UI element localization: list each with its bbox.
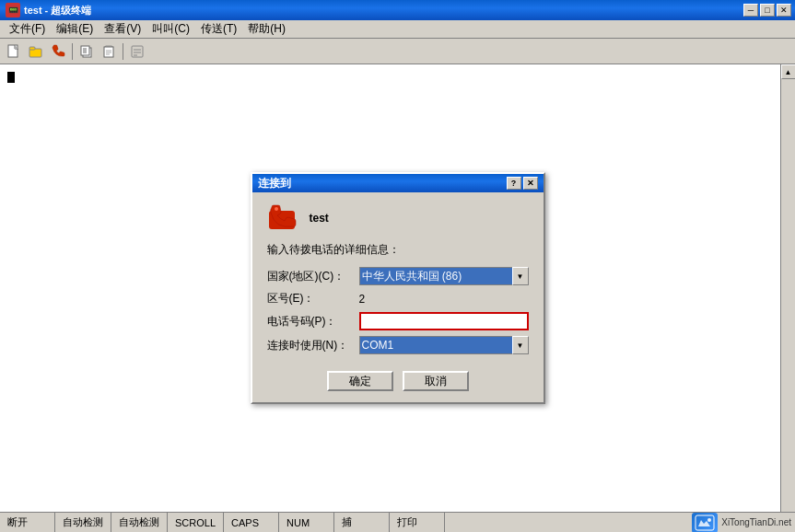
watermark-logo-icon (692, 513, 718, 533)
country-select-wrapper: 中华人民共和国 (86) ▼ (359, 267, 529, 285)
connection-select[interactable]: COM1 (359, 336, 529, 354)
print-status: 打印 (390, 513, 445, 532)
menu-edit[interactable]: 编辑(E) (51, 20, 99, 38)
svg-point-21 (707, 518, 711, 522)
window-title: test - 超级终端 (24, 4, 91, 17)
dialog-description: 输入待拨电话的详细信息： (267, 242, 529, 258)
ok-button[interactable]: 确定 (327, 371, 393, 391)
disconnect-status: 断开 (0, 513, 55, 532)
cancel-button[interactable]: 取消 (403, 371, 469, 391)
menu-call[interactable]: 叫叫(C) (146, 20, 195, 38)
autodetect-status1: 自动检测 (55, 513, 111, 532)
area-code-label: 区号(E)： (267, 291, 359, 306)
country-label: 国家(地区)(C)： (267, 269, 359, 284)
country-select-arrow[interactable]: ▼ (512, 267, 529, 285)
scroll-up-button[interactable]: ▲ (781, 64, 796, 79)
menu-help[interactable]: 帮助(H) (242, 20, 291, 38)
dialog-content: test 输入待拨电话的详细信息： 国家(地区)(C)： 中华人民共和国 (86… (252, 192, 544, 402)
minimize-button[interactable]: ─ (743, 4, 758, 17)
dialog-title: 连接到 (258, 176, 291, 191)
dialog-buttons: 确定 取消 (267, 365, 529, 391)
svg-rect-3 (29, 47, 35, 50)
scroll-status: SCROLL (168, 513, 224, 532)
maximize-button[interactable]: □ (760, 4, 775, 17)
capture-status: 捕 (334, 513, 390, 532)
connection-select-wrapper: COM1 ▼ (359, 336, 529, 354)
toolbar (0, 39, 795, 64)
scroll-track[interactable] (781, 79, 795, 517)
connect-dialog: 连接到 ? ✕ (251, 172, 545, 404)
properties-button[interactable] (127, 41, 147, 62)
cursor (7, 72, 15, 83)
phone-button[interactable] (48, 41, 68, 62)
phone-row: 电话号码(P)： (267, 312, 529, 330)
menu-transfer[interactable]: 传送(T) (195, 20, 242, 38)
area-code-value: 2 (359, 293, 366, 306)
toolbar-sep1 (72, 43, 73, 60)
num-status: NUM (279, 513, 334, 532)
connection-select-arrow[interactable]: ▼ (512, 336, 529, 354)
dialog-titlebar-buttons: ? ✕ (507, 177, 538, 190)
area-code-row: 区号(E)： 2 (267, 291, 529, 306)
dialog-close-button[interactable]: ✕ (523, 177, 538, 190)
main-content: ▲ ▼ 连接到 ? ✕ (0, 64, 795, 532)
svg-point-19 (275, 207, 278, 211)
title-bar-left: 📟 test - 超级终端 (6, 3, 91, 17)
dialog-help-button[interactable]: ? (507, 177, 521, 190)
country-row: 国家(地区)(C)： 中华人民共和国 (86) ▼ (267, 267, 529, 285)
copy-button[interactable] (76, 41, 97, 62)
dialog-icon-row: test (267, 203, 529, 233)
status-bar: 断开 自动检测 自动检测 SCROLL CAPS NUM 捕 打印 XiTong… (0, 512, 795, 532)
phone-label: 电话号码(P)： (267, 314, 359, 330)
connection-row: 连接时使用(N)： COM1 ▼ (267, 336, 529, 354)
app-icon: 📟 (6, 3, 20, 17)
caps-status: CAPS (224, 513, 279, 532)
title-bar-buttons: ─ □ ✕ (743, 4, 791, 17)
close-button[interactable]: ✕ (777, 4, 791, 17)
main-window: 📟 test - 超级终端 ─ □ ✕ 文件(F) 编辑(E) 查看(V) 叫叫… (0, 0, 795, 532)
dialog-phone-icon (267, 203, 300, 233)
menu-file[interactable]: 文件(F) (4, 20, 51, 38)
paste-button[interactable] (99, 41, 119, 62)
dialog-connection-name: test (310, 212, 329, 225)
phone-number-input[interactable] (359, 312, 529, 330)
new-document-button[interactable] (4, 41, 24, 62)
title-bar: 📟 test - 超级终端 ─ □ ✕ (0, 0, 795, 20)
watermark-text: XiTongTianDi.net (721, 517, 791, 527)
menu-bar: 文件(F) 编辑(E) 查看(V) 叫叫(C) 传送(T) 帮助(H) (0, 20, 795, 39)
country-select[interactable]: 中华人民共和国 (86) (359, 267, 529, 285)
dialog-titlebar: 连接到 ? ✕ (252, 174, 544, 192)
menu-view[interactable]: 查看(V) (99, 20, 146, 38)
toolbar-sep2 (123, 43, 123, 60)
watermark: XiTongTianDi.net (692, 513, 791, 533)
connection-label: 连接时使用(N)： (267, 338, 359, 353)
status-right: XiTongTianDi.net (692, 513, 795, 533)
open-file-button[interactable] (26, 41, 46, 62)
autodetect-status2: 自动检测 (111, 513, 168, 532)
scrollbar-right[interactable]: ▲ ▼ (780, 64, 795, 532)
